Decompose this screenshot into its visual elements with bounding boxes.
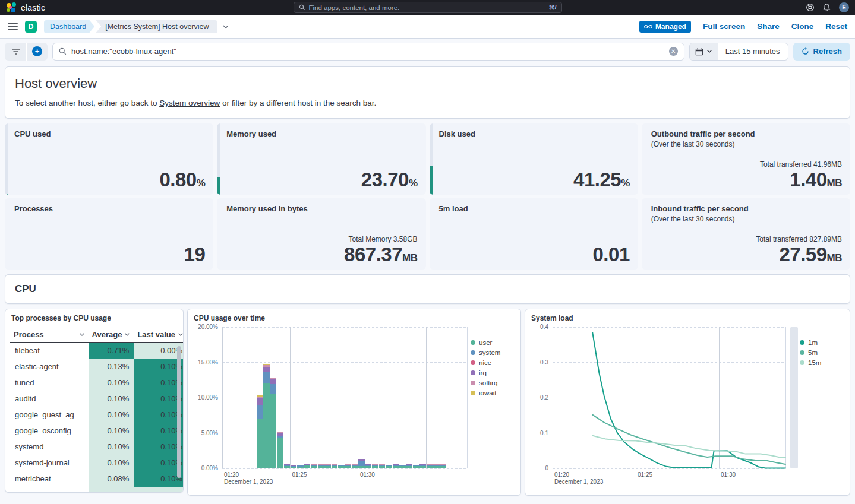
svg-text:0: 0 [545, 465, 548, 471]
navbar: D Dashboard [Metrics System] Host overvi… [0, 15, 855, 39]
legend-label: irq [479, 369, 487, 376]
legend-item-system[interactable]: system [471, 349, 515, 356]
column-header-process[interactable]: Process [10, 327, 89, 343]
metric-card: Disk used41.25% [430, 123, 638, 195]
metric-card-unit: % [409, 177, 418, 189]
legend-dot [471, 370, 475, 375]
legend-dot [471, 381, 475, 385]
svg-text:01:25: 01:25 [292, 471, 307, 478]
metric-card: Memory used23.70% [217, 123, 425, 195]
metric-card-value: 19 [184, 244, 206, 265]
svg-text:0.00%: 0.00% [201, 465, 218, 471]
metric-card-bullet-bar [217, 123, 220, 195]
legend-item-15m[interactable]: 15m [800, 359, 844, 366]
plus-icon: + [32, 46, 42, 56]
breadcrumb-current[interactable]: [Metrics System] Host overview [96, 20, 217, 33]
metric-card: 5m load0.01 [430, 198, 638, 270]
table-cell: rsyslogd [10, 487, 89, 493]
table-cell: tuned [10, 375, 89, 391]
metric-card-subtitle: (Over the last 30 seconds) [651, 140, 842, 148]
legend-item-5m[interactable]: 5m [800, 349, 844, 356]
date-picker-button[interactable] [690, 43, 718, 60]
legend-item-irq[interactable]: irq [471, 369, 515, 376]
chevron-down-icon[interactable] [222, 24, 229, 29]
svg-text:December 1, 2023: December 1, 2023 [554, 478, 604, 485]
clear-query-icon[interactable]: ✕ [669, 47, 678, 56]
overview-desc-before: To select another host, either go back t… [15, 99, 159, 107]
clone-button[interactable]: Clone [791, 22, 814, 31]
metric-card-value: 23.70% [361, 169, 418, 191]
table-row: auditd0.10%0.10% [10, 391, 184, 407]
legend-item-iowait[interactable]: iowait [471, 389, 515, 397]
column-header-average[interactable]: Average [89, 327, 134, 343]
metric-card-unit: % [197, 177, 206, 189]
legend-label: user [479, 339, 492, 346]
cpu-chart-title: CPU usage over time [194, 314, 515, 322]
dashboard-app-icon[interactable]: D [25, 21, 37, 33]
metric-card-title: Memory used in bytes [226, 204, 417, 213]
svg-text:10.00%: 10.00% [198, 394, 218, 401]
legend-item-softirq[interactable]: softirq [471, 379, 515, 386]
reset-button[interactable]: Reset [825, 22, 847, 31]
table-cell: systemd-journal [10, 455, 89, 471]
legend-label: softirq [479, 379, 497, 386]
legend-item-1m[interactable]: 1m [800, 339, 844, 346]
legend-dot [471, 360, 475, 365]
metric-card-title: Outbound traffic per second [651, 129, 842, 138]
table-cell: 0.00% [134, 343, 184, 359]
table-row: rsyslogd0.01%0.00% [10, 487, 184, 493]
page-title: Host overview [15, 76, 840, 91]
legend-label: 1m [808, 339, 818, 346]
table-cell: 0.10% [134, 407, 184, 423]
managed-badge[interactable]: Managed [639, 21, 691, 33]
table-cell: 0.10% [134, 375, 184, 391]
table-scrollbar[interactable] [177, 346, 181, 478]
table-cell: auditd [10, 391, 89, 407]
metric-card-title: Disk used [439, 129, 630, 138]
filter-menu-button[interactable] [5, 43, 26, 61]
svg-text:01:25: 01:25 [638, 471, 652, 478]
legend-dot [800, 340, 804, 345]
sort-chevron-icon [124, 332, 130, 337]
share-button[interactable]: Share [757, 22, 780, 31]
query-input[interactable]: host.name:"ecobb-linux-agent" ✕ [52, 43, 684, 61]
table-cell: 0.01% [89, 487, 134, 493]
user-avatar[interactable]: E [839, 2, 849, 12]
column-header-last-value[interactable]: Last value [134, 327, 184, 343]
table-cell: 0.10% [134, 439, 184, 455]
load-chart-title: System load [531, 314, 844, 322]
elastic-logo[interactable]: elastic [6, 2, 45, 13]
svg-text:5.00%: 5.00% [201, 430, 218, 436]
newsfeed-icon[interactable] [822, 3, 831, 12]
svg-text:01:30: 01:30 [721, 471, 736, 478]
full-screen-button[interactable]: Full screen [703, 22, 745, 31]
legend-dot [471, 340, 475, 345]
host-overview-panel: Host overview To select another host, ei… [5, 66, 850, 119]
metric-card: CPU used0.80% [5, 123, 213, 195]
table-cell: 0.00% [134, 487, 184, 493]
metric-card-title: Processes [14, 204, 205, 213]
time-range-button[interactable]: Last 15 minutes [718, 43, 788, 60]
chart-scrollbar[interactable] [790, 327, 798, 468]
breadcrumb-dashboard[interactable]: Dashboard [44, 20, 94, 33]
legend-item-user[interactable]: user [471, 339, 515, 346]
filter-icon [11, 48, 20, 55]
add-filter-button[interactable]: + [26, 43, 48, 61]
system-load-chart-panel: System load 0.40.30.20.1001:2001:2501:30… [525, 309, 850, 496]
legend-item-nice[interactable]: nice [471, 359, 515, 366]
global-header: elastic Find apps, content, and more. ⌘/… [0, 0, 855, 15]
legend-dot [800, 350, 804, 355]
metric-card-subtitle: (Over the last 30 seconds) [651, 215, 842, 223]
elastic-logo-icon [6, 2, 17, 13]
metric-card-bullet-bar [5, 123, 8, 195]
svg-text:01:20: 01:20 [224, 471, 239, 478]
metric-card-title: Inbound traffic per second [651, 204, 842, 213]
help-icon[interactable] [806, 3, 815, 12]
system-overview-link[interactable]: System overview [159, 99, 220, 107]
menu-icon[interactable] [8, 23, 18, 30]
global-search-input[interactable]: Find apps, content, and more. ⌘/ [294, 2, 562, 13]
refresh-button[interactable]: Refresh [793, 43, 850, 61]
glasses-icon [644, 24, 652, 29]
table-cell: google_guest_ag [10, 407, 89, 423]
table-row: filebeat0.71%0.00% [10, 343, 184, 359]
